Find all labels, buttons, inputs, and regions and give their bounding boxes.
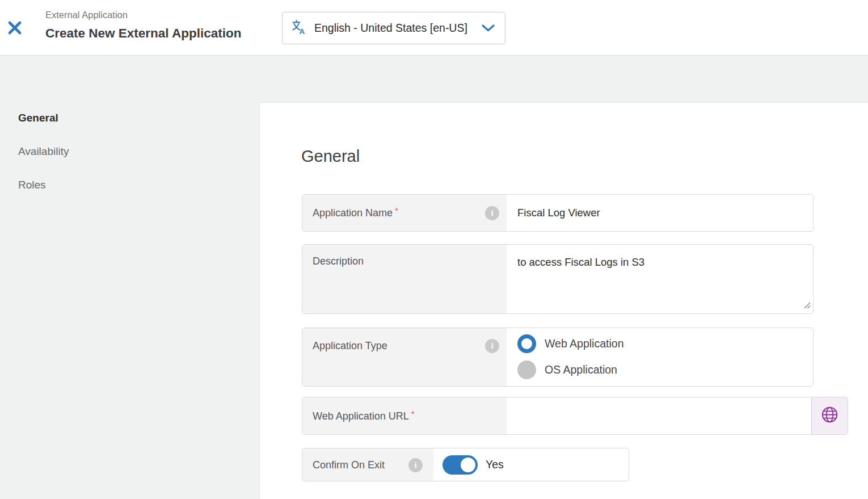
page-subtitle: External Application: [45, 10, 128, 20]
content-panel: General Application Name* i Fiscal Log V…: [259, 102, 868, 499]
sidebar-item-general[interactable]: General: [18, 112, 58, 124]
language-selector-value: English - United States [en-US]: [314, 22, 467, 35]
close-icon: [7, 29, 23, 37]
confirm-on-exit-label-cell: Confirm On Exit i: [302, 448, 433, 481]
description-textarea[interactable]: to access Fiscal Logs in S3: [507, 245, 813, 313]
sidebar-item-availability[interactable]: Availability: [18, 145, 69, 158]
description-label-cell: Description: [302, 245, 507, 313]
application-type-field-row: Application Type i Web Application OS Ap…: [302, 328, 814, 387]
page-title: Create New External Application: [45, 26, 242, 41]
toggle-knob: [461, 458, 475, 472]
header: External Application Create New External…: [0, 0, 868, 56]
radio-unselected-icon[interactable]: [517, 360, 536, 379]
radio-option-os-application[interactable]: OS Application: [517, 360, 623, 379]
resize-handle-icon[interactable]: [802, 300, 811, 312]
open-url-button[interactable]: [811, 397, 848, 434]
web-application-url-field-row: Web Application URL*: [302, 397, 848, 435]
application-name-label: Application Name*: [313, 207, 398, 219]
description-field-row: Description to access Fiscal Logs in S3: [302, 244, 814, 314]
radio-option-label: Web Application: [545, 337, 623, 350]
section-heading: General: [301, 147, 360, 166]
confirm-on-exit-label: Confirm On Exit: [313, 459, 385, 471]
web-application-url-input[interactable]: [507, 397, 811, 434]
application-name-label-cell: Application Name* i: [302, 195, 507, 231]
sidebar-item-roles[interactable]: Roles: [18, 179, 46, 191]
description-label: Description: [313, 255, 364, 267]
info-icon[interactable]: i: [485, 206, 499, 220]
translate-icon: A: [292, 19, 307, 37]
radio-option-web-application[interactable]: Web Application: [517, 334, 623, 353]
application-name-field-row: Application Name* i Fiscal Log Viewer: [302, 194, 814, 232]
application-name-input[interactable]: Fiscal Log Viewer: [507, 195, 813, 231]
info-icon[interactable]: i: [485, 339, 499, 353]
confirm-on-exit-toggle[interactable]: [443, 455, 478, 475]
chevron-down-icon: [482, 24, 495, 32]
radio-option-label: OS Application: [545, 363, 617, 376]
radio-selected-icon[interactable]: [517, 334, 536, 353]
close-button[interactable]: [6, 19, 24, 37]
application-type-options: Web Application OS Application: [507, 328, 623, 386]
required-marker: *: [395, 206, 398, 215]
web-application-url-label-cell: Web Application URL*: [302, 397, 507, 434]
toggle-state-label: Yes: [486, 458, 504, 471]
svg-text:A: A: [300, 27, 305, 35]
application-type-label: Application Type: [313, 340, 387, 352]
confirm-on-exit-field-row: Confirm On Exit i Yes: [302, 448, 629, 481]
create-external-application-screen: External Application Create New External…: [0, 0, 868, 499]
globe-icon: [821, 406, 838, 426]
web-application-url-label: Web Application URL*: [313, 410, 415, 422]
info-icon[interactable]: i: [408, 458, 423, 472]
required-marker: *: [411, 408, 415, 418]
confirm-on-exit-value-cell: Yes: [433, 448, 629, 481]
application-type-label-cell: Application Type i: [302, 328, 507, 386]
language-selector[interactable]: A English - United States [en-US]: [282, 12, 505, 44]
